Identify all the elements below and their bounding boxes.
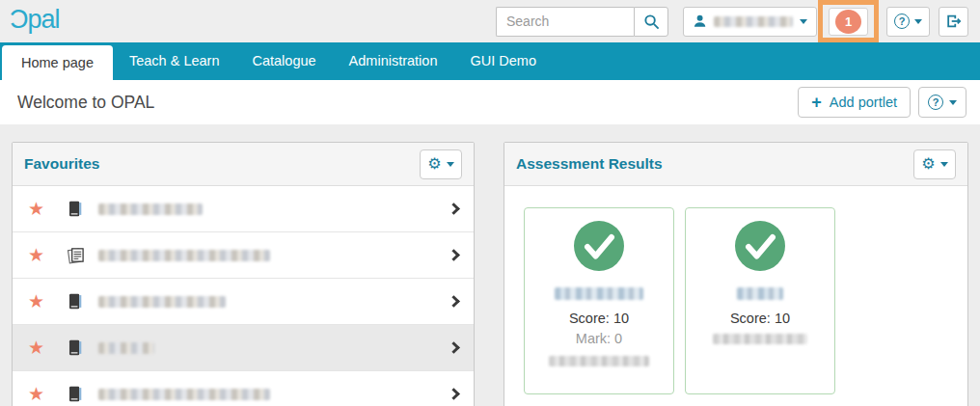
chevron-down-icon: [949, 100, 957, 105]
favourite-row-highlighted[interactable]: ★: [13, 325, 474, 371]
passed-check-icon: [525, 221, 673, 275]
course-book-icon: [67, 338, 86, 357]
plus-icon: +: [811, 94, 822, 111]
chevron-down-icon: [940, 162, 948, 167]
notification-badge: 1: [835, 10, 861, 34]
redacted-item-title: [98, 389, 270, 400]
logout-icon: [945, 14, 962, 29]
favourite-star-icon[interactable]: ★: [28, 338, 53, 357]
favourite-star-icon[interactable]: ★: [28, 385, 53, 403]
search-icon: [643, 14, 660, 30]
course-book-icon: [67, 200, 86, 218]
add-portlet-button[interactable]: + Add portlet: [798, 87, 911, 118]
tab-gui-demo[interactable]: GUI Demo: [453, 42, 553, 80]
header-controls: 1 ?: [496, 0, 968, 42]
chevron-right-icon: [448, 249, 460, 261]
favourite-star-icon[interactable]: ★: [28, 200, 53, 218]
search-button[interactable]: [634, 7, 668, 37]
assessment-card[interactable]: Score: 10 Mark: 0: [524, 207, 674, 394]
chevron-right-icon: [448, 341, 460, 354]
favourite-row[interactable]: ★: [13, 186, 474, 232]
assessment-settings-button[interactable]: ⚙: [913, 149, 956, 179]
favourites-title: Favourites: [24, 155, 99, 173]
assessment-card[interactable]: Score: 10: [685, 207, 835, 394]
chevron-down-icon: [447, 162, 454, 167]
assessment-cards: Score: 10 Mark: 0 Score: 10: [504, 186, 967, 406]
opal-home-page: Ɔpal 1: [0, 0, 980, 406]
chevron-right-icon: [448, 295, 460, 308]
search-input[interactable]: [496, 7, 634, 37]
redacted-item-title: [98, 250, 270, 261]
logout-button[interactable]: [939, 7, 968, 37]
portlet-area: Favourites ⚙ ★ ★: [0, 124, 980, 406]
page-title: Welcome to OPAL: [17, 93, 154, 113]
help-icon: ?: [928, 95, 943, 110]
chevron-right-icon: [448, 388, 460, 400]
redacted-assessment-link[interactable]: [737, 287, 783, 300]
user-icon: [693, 14, 707, 29]
chevron-right-icon: [448, 203, 460, 215]
search-group: [496, 7, 668, 37]
score-text: Score: 10: [525, 311, 673, 326]
chevron-down-icon: [914, 19, 922, 24]
favourite-star-icon[interactable]: ★: [28, 292, 53, 311]
redacted-date-text: [549, 356, 649, 366]
favourites-settings-button[interactable]: ⚙: [420, 149, 462, 179]
chevron-down-icon: [800, 19, 807, 24]
favourite-star-icon[interactable]: ★: [28, 246, 53, 264]
help-menu-button[interactable]: ?: [886, 7, 930, 37]
redacted-item-title: [98, 203, 203, 215]
score-text: Score: 10: [686, 311, 834, 326]
help-icon: ?: [894, 14, 910, 29]
favourite-row[interactable]: ★: [13, 232, 474, 279]
top-header: Ɔpal 1: [0, 0, 980, 42]
redacted-item-title: [98, 296, 226, 308]
user-menu-button[interactable]: [683, 7, 817, 37]
redacted-date-text: [713, 334, 807, 344]
add-portlet-label: Add portlet: [830, 95, 897, 110]
redacted-assessment-link[interactable]: [555, 287, 643, 300]
assessment-title: Assessment Results: [516, 155, 663, 173]
page-help-button[interactable]: ?: [918, 87, 966, 118]
welcome-bar: Welcome to OPAL + Add portlet ?: [0, 80, 980, 124]
gear-icon: ⚙: [921, 156, 935, 172]
assessment-header: Assessment Results ⚙: [504, 143, 967, 186]
main-navigation: Home page Teach & Learn Catalogue Admini…: [0, 42, 980, 80]
course-book-icon: [67, 385, 86, 403]
redacted-item-title: [98, 342, 154, 354]
tab-administration[interactable]: Administration: [333, 42, 454, 80]
gear-icon: ⚙: [427, 156, 441, 172]
favourite-row[interactable]: ★: [13, 371, 474, 406]
tab-teach-and-learn[interactable]: Teach & Learn: [113, 42, 236, 80]
course-book-icon: [67, 292, 86, 311]
pages-stack-icon: [67, 246, 86, 264]
passed-check-icon: [686, 221, 834, 275]
favourite-row[interactable]: ★: [13, 279, 474, 325]
redacted-username: [714, 16, 793, 27]
favourites-header: Favourites ⚙: [13, 143, 474, 186]
tab-home-page[interactable]: Home page: [2, 45, 113, 80]
opal-logo[interactable]: Ɔpal: [10, 7, 60, 37]
annotation-highlight-box: 1: [818, 0, 879, 42]
welcome-actions: + Add portlet ?: [798, 87, 966, 118]
tab-catalogue[interactable]: Catalogue: [235, 42, 332, 80]
notification-button[interactable]: 1: [829, 8, 868, 36]
mark-text: Mark: 0: [525, 331, 673, 346]
assessment-results-portlet: Assessment Results ⚙ Score: 10: [504, 142, 968, 406]
favourites-portlet: Favourites ⚙ ★ ★: [12, 142, 475, 406]
